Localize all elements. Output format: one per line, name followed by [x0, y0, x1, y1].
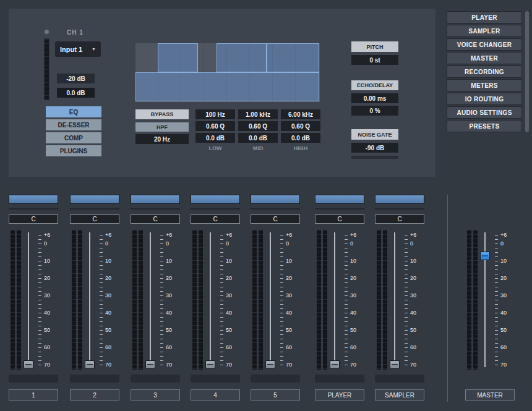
- pan-center-button[interactable]: C: [9, 214, 58, 224]
- level-meter-right: [17, 230, 21, 370]
- pan-slider[interactable]: [315, 195, 364, 204]
- channel-select-button[interactable]: PLAYER: [315, 389, 364, 400]
- pan-slider-track: [315, 208, 364, 210]
- tab-de-esser[interactable]: DE-ESSER: [46, 119, 101, 130]
- fader-scale-label: +6: [105, 232, 111, 238]
- eq-mid-q[interactable]: 0.60 Q: [238, 121, 278, 131]
- gain-value-display[interactable]: 0.0 dB: [57, 88, 95, 98]
- eq-band-region-mid[interactable]: [217, 43, 267, 72]
- channel-select-button[interactable]: 3: [131, 389, 180, 400]
- echo-time-value[interactable]: 0.00 ms: [351, 93, 398, 103]
- eq-high-gain[interactable]: 0.0 dB: [281, 133, 320, 143]
- eq-display[interactable]: [135, 43, 320, 102]
- pan-slider[interactable]: [375, 195, 424, 204]
- eq-gain-region[interactable]: [135, 72, 319, 101]
- noise-gate-button[interactable]: NOISE GATE: [351, 129, 398, 140]
- fader-scale: +6010203040506070: [44, 230, 59, 370]
- gain-offset-button[interactable]: -20 dB: [57, 74, 95, 83]
- menu-item-io-routing[interactable]: IO ROUTING: [447, 93, 522, 105]
- pan-slider[interactable]: [131, 195, 180, 204]
- menu-item-meters[interactable]: METERS: [447, 79, 522, 91]
- menu-item-recording[interactable]: RECORDING: [447, 66, 522, 78]
- fader-scale-label: 70: [226, 362, 232, 368]
- fader-scale-label: 40: [166, 310, 172, 316]
- noise-gate-slider[interactable]: [351, 156, 398, 159]
- fader-scale-label: 30: [226, 292, 232, 299]
- input-select[interactable]: Input 1 ▼: [55, 41, 101, 57]
- channel-select-button[interactable]: MASTER: [465, 389, 515, 400]
- level-meter-right: [383, 230, 387, 370]
- fader-handle[interactable]: [24, 360, 33, 369]
- fader-handle[interactable]: [205, 360, 215, 369]
- tab-plugins[interactable]: PLUGINS: [46, 145, 101, 156]
- channel-select-button[interactable]: 4: [191, 389, 240, 400]
- fader-handle[interactable]: [480, 252, 490, 260]
- eq-band-region-high[interactable]: [267, 43, 319, 72]
- fader-handle[interactable]: [330, 360, 340, 369]
- meter-area: +6010203040506070: [375, 230, 426, 370]
- volume-fader[interactable]: [328, 230, 341, 370]
- echo-delay-button[interactable]: ECHO/DELAY: [351, 80, 398, 90]
- eq-mid-gain[interactable]: 0.0 dB: [238, 133, 278, 143]
- channel-strip: C +6010203040506070 4: [191, 195, 241, 402]
- pitch-button[interactable]: PITCH: [351, 41, 398, 52]
- eq-bypass-button[interactable]: BYPASS: [135, 109, 189, 119]
- fader-handle[interactable]: [145, 360, 155, 369]
- pan-slider[interactable]: [191, 195, 240, 204]
- fader-handle[interactable]: [265, 360, 275, 369]
- meter-area: +6010203040506070: [465, 230, 516, 370]
- eq-low-gain[interactable]: 0.0 dB: [195, 133, 235, 143]
- channel-select-button[interactable]: 2: [70, 389, 119, 400]
- channel-select-button[interactable]: 5: [251, 389, 300, 400]
- eq-high-label: HIGH: [281, 145, 320, 151]
- volume-fader[interactable]: [479, 230, 491, 370]
- tab-comp[interactable]: COMP: [46, 132, 101, 143]
- pan-center-button[interactable]: C: [131, 214, 180, 224]
- fader-scale-label: 70: [500, 362, 507, 368]
- menu-item-presets[interactable]: PRESETS: [447, 120, 522, 132]
- volume-fader[interactable]: [22, 230, 35, 370]
- tab-eq[interactable]: EQ: [46, 106, 101, 117]
- menu-scrollbar[interactable]: [525, 11, 529, 132]
- hpf-value[interactable]: 20 Hz: [135, 134, 189, 144]
- eq-mid-freq[interactable]: 1.00 kHz: [238, 109, 278, 119]
- pan-center-button[interactable]: C: [191, 214, 240, 224]
- fader-scale-label: 60: [226, 344, 232, 350]
- pan-slider[interactable]: [9, 195, 58, 204]
- fader-scale: +6010203040506070: [105, 230, 120, 370]
- volume-fader[interactable]: [144, 230, 157, 370]
- eq-high-freq[interactable]: 6.00 kHz: [281, 109, 320, 119]
- pan-center-button[interactable]: C: [315, 214, 364, 224]
- noise-gate-threshold[interactable]: -90 dB: [351, 143, 398, 153]
- eq-band-region-low[interactable]: [158, 43, 198, 72]
- volume-fader[interactable]: [388, 230, 401, 370]
- pan-center-button[interactable]: C: [70, 214, 119, 224]
- eq-low-q[interactable]: 0.60 Q: [195, 121, 235, 131]
- pan-slider[interactable]: [251, 195, 300, 204]
- hpf-button[interactable]: HPF: [135, 122, 189, 132]
- menu-item-sampler[interactable]: SAMPLER: [447, 25, 522, 37]
- echo-feedback-value[interactable]: 0 %: [351, 106, 398, 116]
- volume-fader[interactable]: [204, 230, 217, 370]
- menu-item-player[interactable]: PLAYER: [447, 11, 522, 23]
- fader-handle[interactable]: [85, 360, 95, 369]
- fader-scale-label: 0: [105, 240, 108, 247]
- channel-select-button[interactable]: 1: [9, 389, 58, 400]
- channel-select-button[interactable]: SAMPLER: [375, 389, 424, 400]
- fader-scale-label: 40: [350, 310, 356, 316]
- pan-center-button[interactable]: C: [251, 214, 300, 224]
- fader-scale-label: 20: [410, 275, 416, 281]
- channel-title: CH 1: [67, 29, 84, 36]
- menu-item-voice-changer[interactable]: VOICE CHANGER: [447, 38, 522, 51]
- eq-low-freq[interactable]: 100 Hz: [195, 109, 235, 119]
- fader-scale-ticks: [280, 235, 283, 366]
- pitch-value[interactable]: 0 st: [351, 55, 398, 65]
- pan-slider[interactable]: [70, 195, 119, 204]
- fader-handle[interactable]: [390, 360, 400, 369]
- menu-item-audio-settings[interactable]: AUDIO SETTINGS: [447, 106, 522, 119]
- pan-center-button[interactable]: C: [375, 214, 424, 224]
- eq-high-q[interactable]: 0.60 Q: [281, 121, 320, 131]
- volume-fader[interactable]: [84, 230, 96, 370]
- menu-item-master[interactable]: MASTER: [447, 52, 522, 64]
- volume-fader[interactable]: [264, 230, 277, 370]
